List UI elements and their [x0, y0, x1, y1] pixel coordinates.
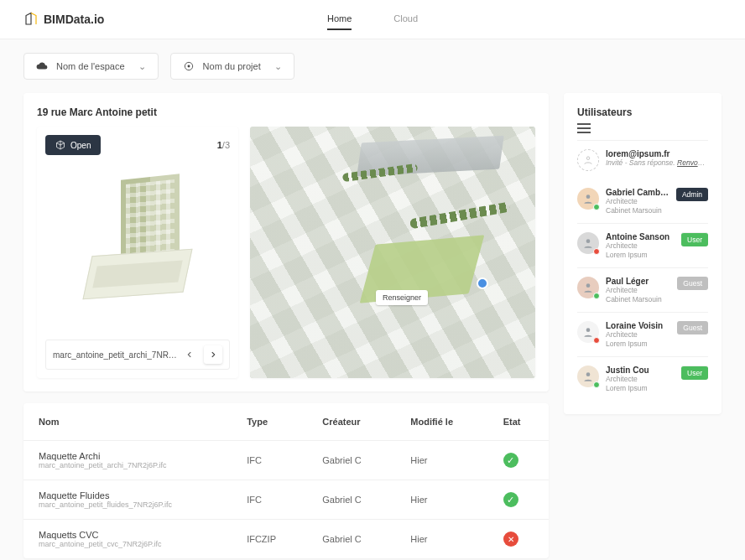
user-role: Architecte — [606, 241, 675, 251]
nav-tabs: Home Cloud — [327, 8, 418, 30]
cell-creator: Gabriel C — [307, 520, 395, 559]
open-model-button[interactable]: Open — [45, 135, 101, 155]
users-title: Utilisateurs — [577, 106, 632, 118]
status-dot-icon — [593, 204, 600, 210]
open-label: Open — [70, 141, 91, 150]
resend-invite-link[interactable]: Renvoyer l'invitation ? — [677, 158, 708, 167]
model-file-selector: marc_antoine_petit_archi_7NR2j6P.ifc — [45, 340, 230, 370]
target-icon — [183, 60, 195, 72]
cell-creator: Gabriel C — [307, 441, 395, 480]
avatar — [577, 321, 599, 343]
user-name: Paul Léger — [606, 277, 670, 286]
chevron-down-icon: ⌄ — [274, 61, 282, 72]
model-filename: marc_antoine_petit_archi_7NR2j6P.ifc — [53, 350, 180, 360]
map-tooltip[interactable]: Renseigner — [376, 290, 428, 305]
model-viewport[interactable] — [45, 155, 230, 333]
space-label: Nom de l'espace — [56, 61, 125, 71]
svg-point-2 — [586, 157, 590, 160]
map-card[interactable]: Renseigner — [250, 127, 535, 378]
user-name: Gabriel Cambreling — [606, 188, 669, 197]
role-badge[interactable]: User — [681, 366, 708, 380]
role-badge[interactable]: Admin — [676, 188, 708, 201]
project-panel: 19 rue Marc Antoine petit Open 1/3 — [23, 93, 549, 391]
svg-point-7 — [586, 373, 591, 377]
user-org: Cabinet Marsouin — [606, 295, 670, 303]
pending-email: lorem@ipsum.fr — [606, 149, 708, 158]
files-table-panel: Nom Type Créateur Modifié le Etat Maquet… — [23, 403, 549, 558]
pending-status: Invité - Sans réponse. — [606, 158, 675, 167]
user-role: Architecte — [606, 330, 670, 340]
table-row[interactable]: Maquetts CVCmarc_antoine_petit_cvc_7NR2j… — [23, 520, 549, 559]
tab-home[interactable]: Home — [327, 8, 352, 30]
users-panel: Utilisateurs lorem@ipsum.fr Invité - San… — [564, 93, 722, 414]
user-row[interactable]: Antoine Sanson Architecte Lorem Ipsum Us… — [577, 223, 708, 267]
cell-state: ✕ — [488, 520, 549, 559]
user-name: Justin Cou — [606, 366, 675, 375]
user-row[interactable]: Paul Léger Architecte Cabinet Marsouin G… — [577, 267, 708, 312]
users-menu-button[interactable] — [577, 123, 708, 133]
user-name: Antoine Sanson — [606, 232, 675, 241]
user-org: Lorem Ipsum — [606, 340, 670, 348]
cell-name: Maquette Fluidesmarc_antoine_petit_fluid… — [23, 480, 232, 520]
status-dot-icon — [593, 381, 600, 388]
table-row[interactable]: Maquette Fluidesmarc_antoine_petit_fluid… — [23, 480, 549, 520]
pending-user-icon — [577, 149, 599, 171]
project-label: Nom du projet — [203, 61, 261, 71]
cloud-icon — [36, 62, 48, 70]
app-header: BIMData.io Home Cloud — [0, 0, 745, 39]
status-ok-icon: ✓ — [503, 492, 518, 507]
prev-model-button[interactable] — [180, 345, 199, 364]
svg-point-1 — [187, 65, 190, 68]
role-badge[interactable]: Guest — [677, 321, 708, 334]
role-badge[interactable]: Guest — [677, 277, 708, 290]
svg-point-4 — [586, 239, 591, 243]
svg-point-3 — [586, 194, 591, 199]
map-pin-icon[interactable] — [477, 277, 488, 289]
status-dot-icon — [593, 248, 600, 255]
status-error-icon: ✕ — [503, 531, 518, 547]
project-dropdown[interactable]: Nom du projet ⌄ — [170, 53, 294, 80]
user-role: Architecte — [606, 286, 670, 295]
chevron-left-icon — [185, 350, 194, 359]
user-org: Cabinet Marsouin — [606, 206, 669, 215]
role-badge[interactable]: User — [681, 232, 708, 246]
col-creator[interactable]: Créateur — [307, 403, 395, 441]
user-org: Lorem Ipsum — [606, 251, 675, 259]
cell-type: IFCZIP — [232, 520, 307, 559]
table-row[interactable]: Maquette Archimarc_antoine_petit_archi_7… — [23, 441, 549, 480]
model-counter: 1/3 — [217, 140, 230, 150]
model-card: Open 1/3 marc_antoine_petit_archi_7 — [37, 127, 238, 378]
next-model-button[interactable] — [204, 345, 222, 364]
cell-type: IFC — [232, 480, 307, 520]
user-pending: lorem@ipsum.fr Invité - Sans réponse. Re… — [577, 140, 708, 179]
user-org: Lorem Ipsum — [606, 384, 675, 392]
user-row[interactable]: Gabriel Cambreling Architecte Cabinet Ma… — [577, 179, 708, 223]
cell-name: Maquette Archimarc_antoine_petit_archi_7… — [23, 441, 232, 480]
space-dropdown[interactable]: Nom de l'espace ⌄ — [23, 53, 159, 80]
col-type[interactable]: Type — [232, 403, 307, 441]
tab-cloud[interactable]: Cloud — [393, 8, 418, 30]
project-title: 19 rue Marc Antoine petit — [37, 106, 535, 118]
cell-type: IFC — [232, 441, 307, 480]
status-ok-icon: ✓ — [503, 453, 518, 468]
status-dot-icon — [593, 293, 600, 299]
cell-modified: Hier — [395, 480, 487, 520]
files-table: Nom Type Créateur Modifié le Etat Maquet… — [23, 403, 549, 558]
col-state[interactable]: Etat — [488, 403, 549, 441]
brand-text: BIMData.io — [44, 13, 104, 26]
col-name[interactable]: Nom — [23, 403, 232, 441]
avatar — [577, 366, 599, 387]
brand-icon — [23, 12, 39, 27]
cell-modified: Hier — [395, 441, 487, 480]
user-row[interactable]: Loraine Voisin Architecte Lorem Ipsum Gu… — [577, 312, 708, 356]
brand-logo[interactable]: BIMData.io — [23, 12, 104, 27]
user-row[interactable]: Justin Cou Architecte Lorem Ipsum User — [577, 356, 708, 401]
cell-creator: Gabriel C — [307, 480, 395, 520]
svg-point-5 — [586, 283, 591, 288]
avatar — [577, 277, 599, 298]
col-modified[interactable]: Modifié le — [395, 403, 487, 441]
breadcrumb-row: Nom de l'espace ⌄ Nom du projet ⌄ — [0, 39, 745, 93]
avatar — [577, 188, 599, 210]
avatar — [577, 232, 599, 254]
building-illustration — [79, 177, 196, 311]
